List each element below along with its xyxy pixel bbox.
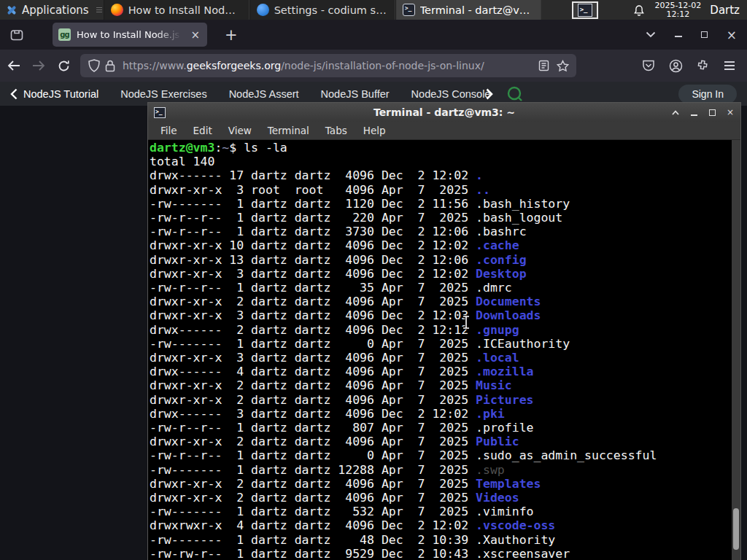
terminal-output-line: -rw------- 1 dartz dartz 532 Apr 7 2025 … xyxy=(150,505,730,518)
terminal-maximize-button[interactable] xyxy=(709,109,716,116)
window-maximize-button[interactable] xyxy=(701,31,708,38)
terminal-output-line: drwxrwxr-x 4 dartz dartz 4096 Dec 2 12:0… xyxy=(150,518,730,532)
terminal-titlebar[interactable]: Terminal - dartz@vm3: ~ × xyxy=(148,103,740,122)
terminal-listing: drwx------ 17 dartz dartz 4096 Dec 2 12:… xyxy=(150,168,730,560)
panel-grip-handle[interactable] xyxy=(96,0,102,20)
terminal-menu-item[interactable]: Help xyxy=(357,123,392,138)
terminal-scrollbar-thumb[interactable] xyxy=(733,508,739,550)
terminal-launcher-icon[interactable] xyxy=(572,1,598,19)
xubuntu-logo-icon xyxy=(6,4,18,16)
firefox-icon xyxy=(111,4,123,16)
clock-time: 12:12 xyxy=(654,10,701,19)
nav-link[interactable]: NodeJS Tutorial xyxy=(23,88,98,100)
clock[interactable]: 2025-12-02 12:12 xyxy=(654,1,701,19)
prompt-path: ~ xyxy=(222,141,229,155)
extensions-icon[interactable] xyxy=(694,57,711,74)
terminal-output-line: -rw-r--r-- 1 dartz dartz 807 Apr 7 2025 … xyxy=(150,421,730,435)
terminal-output-line: -rw-r--r-- 1 dartz dartz 35 Apr 7 2025 .… xyxy=(150,281,730,295)
terminal-menu-item[interactable]: Terminal xyxy=(261,123,316,138)
terminal-output-line: drwxr-xr-x 3 dartz dartz 4096 Dec 2 12:0… xyxy=(150,308,730,322)
terminal-title: Terminal - dartz@vm3: ~ xyxy=(148,106,740,118)
tab-close-icon[interactable]: × xyxy=(189,28,201,42)
sign-in-button[interactable]: Sign In xyxy=(678,85,737,104)
account-icon[interactable] xyxy=(667,57,684,74)
terminal-output-line: drwxr-xr-x 10 dartz dartz 4096 Dec 2 12:… xyxy=(150,238,730,252)
system-top-panel: Applications How to Install Node.js o...… xyxy=(0,0,747,20)
firefox-toolbar: https://www.geeksforgeeks.org/node-js/in… xyxy=(0,50,747,82)
terminal-output-line: -rw------- 1 dartz dartz 12288 Apr 7 202… xyxy=(150,463,730,477)
bookmark-star-icon[interactable] xyxy=(554,58,570,74)
terminal-prompt-line: dartz@vm3:~$ ls -la xyxy=(150,141,730,155)
taskbar-item[interactable]: Settings - codium script... xyxy=(249,0,395,20)
terminal-menu-item[interactable]: View xyxy=(222,123,258,138)
tray-area xyxy=(572,0,598,20)
applications-label: Applications xyxy=(22,4,89,17)
terminal-scrollbar[interactable] xyxy=(732,140,740,560)
terminal-output-line: drwxr-xr-x 2 dartz dartz 4096 Apr 7 2025… xyxy=(150,393,730,407)
terminal-output-line: drwxr-xr-x 3 dartz dartz 4096 Apr 7 2025… xyxy=(150,351,730,365)
terminal-output-line: drwxr-xr-x 13 dartz dartz 4096 Dec 2 12:… xyxy=(150,253,730,267)
mouse-ibeam-cursor xyxy=(462,315,471,330)
nav-link[interactable]: NodeJS Console xyxy=(411,88,491,100)
window-close-button[interactable]: × xyxy=(727,31,737,39)
terminal-output-line: -rw------- 1 dartz dartz 1120 Dec 2 11:5… xyxy=(150,197,730,211)
nav-link[interactable]: NodeJS Assert xyxy=(229,88,299,100)
list-tabs-chevron-icon[interactable] xyxy=(646,31,656,38)
terminal-content[interactable]: dartz@vm3:~$ ls -la total 140 drwx------… xyxy=(148,140,740,560)
terminal-window: Terminal - dartz@vm3: ~ × File Edit View… xyxy=(147,102,741,560)
terminal-output-line: -rw-r--r-- 1 dartz dartz 3730 Dec 2 12:0… xyxy=(150,225,730,238)
terminal-shade-button[interactable] xyxy=(671,108,680,117)
terminal-output-line: -rw-r--r-- 1 dartz dartz 220 Apr 7 2025 … xyxy=(150,211,730,225)
nav-link[interactable]: NodeJS Buffer xyxy=(321,88,390,100)
terminal-minimize-button[interactable] xyxy=(691,114,697,116)
reader-view-icon[interactable] xyxy=(535,58,551,74)
url-text: https://www.geeksforgeeks.org/node-js/in… xyxy=(123,60,535,71)
terminal-output-line: drwx------ 2 dartz dartz 4096 Dec 2 12:1… xyxy=(150,323,730,337)
terminal-output-line: drwx------ 4 dartz dartz 4096 Apr 7 2025… xyxy=(150,365,730,378)
panel-right-area: 2025-12-02 12:12 Dartz xyxy=(632,0,747,20)
shield-icon[interactable] xyxy=(86,58,102,74)
tab-title: How to Install Node.js on xyxy=(77,29,183,40)
terminal-total-line: total 140 xyxy=(150,155,730,168)
window-minimize-button[interactable] xyxy=(675,36,682,37)
terminal-menu-item[interactable]: File xyxy=(154,123,184,138)
terminal-icon xyxy=(403,4,415,16)
terminal-output-line: drwxr-xr-x 2 dartz dartz 4096 Apr 7 2025… xyxy=(150,435,730,448)
nav-scroll-left-icon[interactable] xyxy=(10,88,18,100)
terminal-output-line: -rw-rw-r-- 1 dartz dartz 9529 Dec 2 10:4… xyxy=(150,547,730,560)
terminal-menu-item[interactable]: Tabs xyxy=(319,123,354,138)
terminal-close-button[interactable]: × xyxy=(726,108,735,117)
menu-hamburger-icon[interactable] xyxy=(721,57,738,74)
terminal-menubar: File Edit View Terminal Tabs Help xyxy=(148,122,740,140)
back-button[interactable] xyxy=(3,55,25,77)
terminal-menu-item[interactable]: Edit xyxy=(187,123,219,138)
taskbar-item[interactable]: How to Install Node.js o... xyxy=(104,0,249,20)
terminal-output-line: drwxr-xr-x 2 dartz dartz 4096 Apr 7 2025… xyxy=(150,477,730,491)
terminal-output-line: drwxr-xr-x 3 root root 4096 Apr 7 2025 .… xyxy=(150,183,730,197)
terminal-output-line: drwx------ 3 dartz dartz 4096 Dec 2 12:0… xyxy=(150,407,730,421)
firefox-view-icon[interactable] xyxy=(9,27,25,43)
terminal-output-line: -rw------- 1 dartz dartz 48 Dec 2 10:39 … xyxy=(150,533,730,547)
terminal-output-line: drwxr-xr-x 2 dartz dartz 4096 Apr 7 2025… xyxy=(150,295,730,308)
lock-icon[interactable] xyxy=(102,58,118,74)
url-bar[interactable]: https://www.geeksforgeeks.org/node-js/in… xyxy=(80,54,576,77)
terminal-output-line: -rw-r--r-- 1 dartz dartz 0 Apr 7 2025 .s… xyxy=(150,448,730,462)
reload-button[interactable] xyxy=(53,55,74,77)
nav-scroll-right-icon[interactable] xyxy=(486,88,493,100)
browser-tab[interactable]: gg How to Install Node.js on × xyxy=(53,23,207,47)
desktop: Applications How to Install Node.js o...… xyxy=(0,0,747,560)
terminal-output-line: drwx------ 17 dartz dartz 4096 Dec 2 12:… xyxy=(150,168,730,182)
nav-link[interactable]: NodeJS Exercises xyxy=(120,88,206,100)
codium-icon xyxy=(257,4,269,16)
notifications-bell-icon[interactable] xyxy=(632,4,646,17)
applications-menu-button[interactable]: Applications xyxy=(0,0,95,20)
command-text: ls -la xyxy=(244,141,287,155)
taskbar: How to Install Node.js o... Settings - c… xyxy=(104,0,541,20)
search-icon[interactable] xyxy=(506,85,524,103)
user-menu[interactable]: Dartz xyxy=(710,4,740,17)
terminal-output-line: drwxr-xr-x 2 dartz dartz 4096 Apr 7 2025… xyxy=(150,378,730,392)
taskbar-item[interactable]: Terminal - dartz@vm3: ~ xyxy=(395,0,541,20)
new-tab-button[interactable]: + xyxy=(220,26,242,44)
forward-button[interactable] xyxy=(28,55,50,77)
pocket-icon[interactable] xyxy=(640,57,657,74)
